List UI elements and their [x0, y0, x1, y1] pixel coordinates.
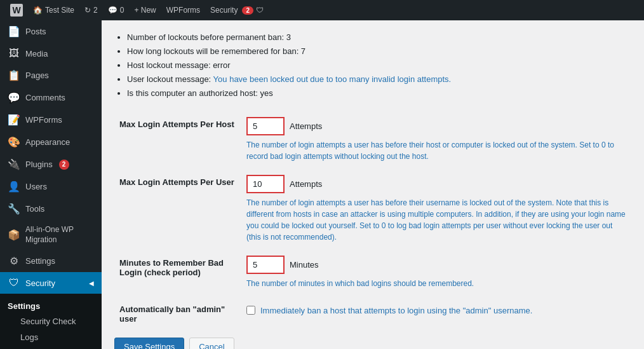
appearance-icon: 🎨: [8, 136, 20, 148]
plugins-icon: 🔌: [8, 158, 20, 170]
info-label-3: User lockout message:: [127, 74, 213, 84]
sidebar-label-posts: Posts: [25, 27, 46, 36]
sidebar-item-settings[interactable]: ⚙ Settings: [0, 250, 102, 272]
sidebar-label-wpforms: WPForms: [25, 115, 62, 125]
button-row: Save Settings Cancel: [114, 330, 631, 349]
sidebar-item-security[interactable]: 🛡 Security ◀: [0, 272, 102, 294]
input-row-max-user: Attempts: [246, 175, 626, 193]
shield-icon: 🛡: [256, 6, 264, 15]
input-max-host[interactable]: [246, 117, 285, 135]
settings-wrap: Number of lockouts before permanent ban:…: [102, 20, 644, 349]
info-value-4: yes: [260, 88, 273, 98]
wpforms-item[interactable]: WPForms: [161, 0, 205, 20]
info-label-0: Number of lockouts before permanent ban:: [127, 32, 286, 42]
help-max-host: The number of login attempts a user has …: [246, 139, 626, 162]
migration-icon: 📦: [8, 229, 20, 241]
updates-icon: ↻: [84, 6, 91, 15]
form-row-ban-admin: Automatically ban "admin" user Immediate…: [114, 296, 631, 330]
input-max-user[interactable]: [246, 175, 285, 193]
info-list: Number of lockouts before permanent ban:…: [114, 31, 631, 100]
info-item-0: Number of lockouts before permanent ban:…: [127, 31, 631, 44]
info-value-3: You have been locked out due to too many…: [213, 74, 452, 84]
form-row-max-host: Max Login Attempts Per Host Attempts The…: [114, 111, 631, 168]
info-value-0: 3: [286, 32, 291, 42]
sidebar-sub-logs[interactable]: Logs: [0, 329, 102, 345]
comments-count: 0: [120, 6, 124, 15]
security-nav-icon: 🛡: [8, 277, 20, 289]
label-minutes: Minutes to Remember Bad Login (check per…: [114, 249, 241, 296]
collapse-icon: ◀: [89, 280, 94, 287]
form-table: Max Login Attempts Per Host Attempts The…: [114, 111, 631, 330]
comments-item[interactable]: 💬 0: [103, 0, 130, 20]
sidebar-label-all-in-one: All-in-One WP Migration: [25, 225, 94, 245]
suffix-max-user: Attempts: [290, 179, 322, 189]
main-content: Number of lockouts before permanent ban:…: [102, 20, 644, 349]
input-minutes[interactable]: [246, 256, 285, 274]
sidebar-item-tools[interactable]: 🔧 Tools: [0, 198, 102, 220]
new-label: + New: [134, 6, 156, 15]
main-layout: 📄 Posts 🖼 Media 📋 Pages 💬 Comments 📝 WPF…: [0, 20, 644, 349]
new-item[interactable]: + New: [129, 0, 161, 20]
users-icon: 👤: [8, 181, 20, 193]
sidebar-item-plugins[interactable]: 🔌 Plugins 2: [0, 153, 102, 175]
info-label-1: How long lockouts will be remembered for…: [127, 46, 301, 56]
updates-count: 2: [93, 6, 98, 15]
sidebar-item-posts[interactable]: 📄 Posts: [0, 20, 102, 43]
media-icon: 🖼: [8, 48, 20, 59]
label-max-host: Max Login Attempts Per Host: [114, 111, 241, 168]
field-ban-admin: Immediately ban a host that attempts to …: [241, 296, 631, 330]
info-value-2: error: [213, 60, 230, 70]
save-button[interactable]: Save Settings: [114, 338, 184, 349]
site-label: Test Site: [45, 6, 74, 15]
info-label-2: Host lockout message:: [127, 60, 213, 70]
info-item-1: How long lockouts will be remembered for…: [127, 44, 631, 58]
sidebar-label-media: Media: [25, 49, 48, 58]
ban-admin-checkbox[interactable]: [246, 306, 255, 315]
wp-logo[interactable]: W: [5, 0, 28, 20]
home-icon: 🏠: [33, 6, 43, 15]
sidebar-label-pages: Pages: [25, 71, 49, 80]
label-max-user: Max Login Attempts Per User: [114, 168, 241, 249]
sidebar-label-tools: Tools: [25, 204, 44, 214]
field-minutes: Minutes The number of minutes in which b…: [241, 249, 631, 296]
sidebar-item-all-in-one[interactable]: 📦 All-in-One WP Migration: [0, 220, 102, 250]
pages-icon: 📋: [8, 69, 20, 81]
sidebar-item-users[interactable]: 👤 Users: [0, 175, 102, 198]
info-item-4: Is this computer an authorized host: yes: [127, 86, 631, 100]
sidebar-item-comments[interactable]: 💬 Comments: [0, 86, 102, 109]
sidebar-sub-security-check[interactable]: Security Check: [0, 313, 102, 329]
form-row-max-user: Max Login Attempts Per User Attempts The…: [114, 168, 631, 249]
input-row-max-host: Attempts: [246, 117, 626, 135]
form-row-minutes: Minutes to Remember Bad Login (check per…: [114, 249, 631, 296]
sidebar-submenu: Settings Security Check Logs Go Pro: [0, 294, 102, 349]
sidebar-label-security: Security: [25, 278, 55, 288]
sidebar-item-appearance[interactable]: 🎨 Appearance: [0, 131, 102, 153]
info-item-2: Host lockout message: error: [127, 58, 631, 72]
suffix-max-host: Attempts: [290, 121, 322, 131]
sidebar-label-plugins: Plugins: [25, 160, 53, 169]
sidebar-item-wpforms[interactable]: 📝 WPForms: [0, 109, 102, 131]
updates-item[interactable]: ↻ 2: [79, 0, 103, 20]
input-row-minutes: Minutes: [246, 256, 626, 274]
label-ban-admin: Automatically ban "admin" user: [114, 296, 241, 330]
cancel-button[interactable]: Cancel: [189, 338, 234, 349]
posts-icon: 📄: [8, 25, 20, 38]
sidebar-item-media[interactable]: 🖼 Media: [0, 43, 102, 64]
sidebar: 📄 Posts 🖼 Media 📋 Pages 💬 Comments 📝 WPF…: [0, 20, 102, 349]
field-max-host: Attempts The number of login attempts a …: [241, 111, 631, 168]
sidebar-sub-go-pro[interactable]: Go Pro: [0, 345, 102, 349]
tools-icon: 🔧: [8, 203, 20, 215]
sidebar-label-comments: Comments: [25, 93, 65, 102]
checkbox-row-ban-admin: Immediately ban a host that attempts to …: [246, 302, 626, 317]
sidebar-item-pages[interactable]: 📋 Pages: [0, 64, 102, 86]
security-badge: 2: [242, 6, 253, 15]
site-name[interactable]: 🏠 Test Site: [28, 0, 79, 20]
info-value-1: 7: [301, 46, 305, 56]
sidebar-label-users: Users: [25, 182, 47, 191]
info-item-3: User lockout message: You have been lock…: [127, 72, 631, 86]
help-minutes: The number of minutes in which bad login…: [246, 278, 626, 289]
comments-icon: 💬: [8, 92, 20, 104]
security-item[interactable]: Security 2 🛡: [205, 0, 269, 20]
ban-admin-label: Immediately ban a host that attempts to …: [260, 305, 532, 317]
security-label: Security: [210, 6, 238, 15]
